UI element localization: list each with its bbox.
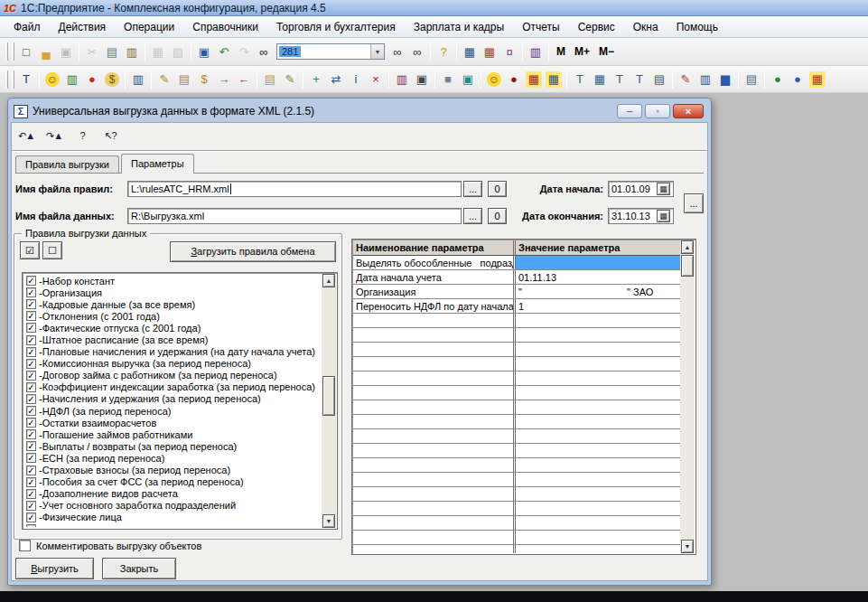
check-all-button[interactable]: ☑	[20, 241, 40, 259]
quick-select-combo[interactable]: 281 ▼	[276, 43, 385, 60]
data-file-browse-button[interactable]: ...	[463, 208, 482, 224]
document-edit-icon[interactable]: ✎	[154, 70, 174, 89]
menu-item[interactable]: Сервис	[569, 18, 624, 36]
scroll-down-icon[interactable]: ▼	[681, 540, 694, 553]
table-columns-icon[interactable]: ▥	[695, 70, 715, 89]
rules-file-browse-button[interactable]: ...	[463, 181, 482, 197]
calendar-accrual-icon[interactable]: ▦	[546, 71, 562, 88]
toolbar-grip[interactable]	[5, 42, 8, 61]
rules-list-item[interactable]: ✓-Начисления и удержания (за период пере…	[24, 393, 321, 405]
param-value-cell[interactable]	[516, 400, 680, 414]
help-icon[interactable]: ?	[434, 42, 453, 61]
cd-help-icon[interactable]: ●	[768, 70, 788, 89]
param-name-cell[interactable]	[353, 386, 516, 400]
monitors-icon[interactable]: ▣	[458, 70, 478, 89]
rules-list-item[interactable]: ✓-Коэффициент индексации заработка (за п…	[24, 381, 321, 393]
table-row[interactable]: Выделять обособленные подразд	[353, 256, 680, 270]
param-name-cell[interactable]	[353, 328, 516, 342]
table-row[interactable]: Организация" " ЗАО	[353, 285, 680, 299]
doc-t-blue-icon[interactable]: Т	[630, 70, 649, 89]
query-icon[interactable]: ¤	[499, 42, 519, 61]
param-name-cell[interactable]: Выделять обособленные подразд	[353, 256, 516, 269]
table-row-empty[interactable]	[353, 458, 680, 473]
table-row-empty[interactable]	[353, 415, 680, 429]
param-value-cell[interactable]: 01.11.13	[516, 270, 680, 284]
find-prev-icon[interactable]: ∞	[407, 42, 427, 61]
param-value-cell[interactable]	[516, 357, 680, 371]
minimize-button[interactable]: ─	[617, 104, 642, 118]
load-settings-icon[interactable]: ↶▲	[16, 127, 36, 145]
table-row-empty[interactable]	[353, 502, 680, 516]
report-book-icon[interactable]: ▥	[392, 70, 412, 89]
paste-icon[interactable]: ▥	[122, 42, 142, 61]
param-value-cell[interactable]: 1	[516, 299, 680, 313]
table-row-empty[interactable]	[353, 372, 680, 386]
rules-list-item[interactable]: ✓-Погашение займов работниками	[24, 428, 321, 440]
find-icon[interactable]: ∞	[254, 42, 274, 61]
rules-file-input[interactable]: L:\rulesATC_HRM.xml	[127, 181, 462, 197]
assistant-smiley-icon[interactable]: ☺	[487, 72, 501, 87]
table-row-empty[interactable]	[353, 545, 680, 553]
table-row-empty[interactable]	[353, 531, 680, 545]
description-book-icon[interactable]: ▥	[526, 42, 546, 61]
redo-icon[interactable]: ↷	[234, 42, 254, 61]
table-row-empty[interactable]	[353, 357, 680, 372]
calendar-red-icon[interactable]: ▦	[809, 71, 826, 88]
table-row-empty[interactable]	[353, 314, 680, 328]
scrollbar-thumb[interactable]	[681, 255, 694, 277]
context-help-icon[interactable]: ↖?	[100, 127, 120, 145]
doc-list-icon[interactable]: ▤	[649, 70, 669, 89]
rules-list-item[interactable]: ✓-Страховые взносы (за период переноса)	[24, 465, 321, 476]
open-file-icon[interactable]: ▄	[36, 42, 56, 61]
rules-list-item[interactable]: ✓-ЕСН (за период переноса)	[24, 452, 321, 464]
date-end-input[interactable]: 31.10.13 ▦	[608, 208, 674, 224]
menu-item[interactable]: Отчеты	[513, 18, 568, 36]
new-file-icon[interactable]: □	[16, 42, 36, 61]
documents-journal-icon[interactable]: ▤	[174, 70, 194, 89]
param-value-cell[interactable]	[516, 531, 680, 544]
param-value-cell[interactable]	[516, 458, 680, 472]
param-value-cell[interactable]	[516, 314, 680, 327]
help-topics-icon[interactable]: ?	[72, 127, 92, 145]
payments-icon[interactable]: $	[194, 70, 214, 89]
param-value-cell[interactable]	[516, 343, 680, 356]
load-exchange-rules-button[interactable]: Загрузить правила обмена	[170, 241, 336, 262]
param-name-cell[interactable]	[353, 429, 516, 443]
copy-icon[interactable]: ▤	[102, 42, 122, 61]
incoming-doc-icon[interactable]: →	[214, 70, 234, 89]
rules-list-item-clipped[interactable]: ✓	[24, 523, 321, 527]
save-icon[interactable]: ▣	[56, 42, 76, 61]
param-value-cell[interactable]	[516, 256, 680, 269]
close-button[interactable]: ×	[673, 104, 704, 118]
param-value-cell[interactable]	[516, 372, 680, 385]
rules-list-item[interactable]: ✓-Штатное расписание (за все время)	[24, 334, 321, 345]
param-value-cell[interactable]	[516, 415, 680, 428]
menu-item[interactable]: Файл	[5, 18, 50, 36]
rules-list-item[interactable]: ✓-Дозаполнение видов расчета	[24, 488, 321, 500]
param-name-cell[interactable]	[353, 502, 516, 515]
find-next-icon[interactable]: ∞	[387, 42, 407, 61]
comment-export-checkbox[interactable]: Комментировать выгрузку объектов	[19, 540, 201, 551]
rules-list-item[interactable]: ✓-Плановые начисления и удержания (на да…	[24, 346, 321, 358]
param-value-cell[interactable]	[516, 473, 680, 486]
undo-icon[interactable]: ↶	[214, 42, 234, 61]
menu-item[interactable]: Торговля и бухгалтерия	[267, 18, 405, 36]
table-row-empty[interactable]	[353, 516, 680, 531]
param-name-cell[interactable]	[353, 357, 516, 371]
toolbar-grip[interactable]	[12, 42, 14, 61]
param-value-cell[interactable]	[516, 545, 680, 553]
menu-item[interactable]: Окна	[624, 18, 667, 36]
scroll-up-icon[interactable]: ▲	[681, 240, 694, 254]
doc-table-icon[interactable]: ▦	[590, 70, 610, 89]
table-row-empty[interactable]	[353, 386, 680, 400]
param-value-cell[interactable]	[516, 328, 680, 342]
table-row-empty[interactable]	[353, 429, 680, 444]
doc-t-icon[interactable]: T	[610, 70, 630, 89]
table-row[interactable]: Переносить НДФЛ по дату начала1	[353, 299, 680, 314]
menu-item[interactable]: Операции	[115, 18, 183, 36]
doc-t-green-icon[interactable]: T	[570, 70, 590, 89]
restore-button[interactable]: ▫	[645, 104, 670, 118]
rules-list-item[interactable]: ✓-Набор констант	[24, 275, 321, 287]
period-browse-button[interactable]: ...	[684, 193, 704, 213]
column-header-value[interactable]: Значение параметра	[516, 240, 680, 255]
